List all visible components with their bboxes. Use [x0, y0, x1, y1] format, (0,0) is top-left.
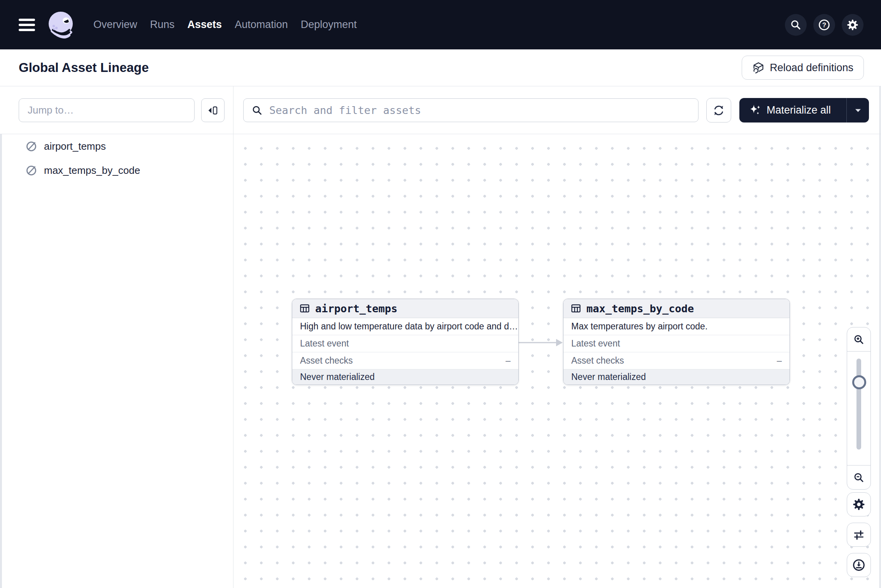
primary-nav-links: Overview Runs Assets Automation Deployme…: [93, 19, 357, 31]
asset-node-description: High and low temperature data by airport…: [292, 318, 518, 335]
download-image-button[interactable]: [847, 553, 871, 577]
asset-node-airport-temps[interactable]: airport_temps High and low temperature d…: [292, 299, 519, 385]
settings-gear-icon: [846, 19, 859, 31]
zoom-out-icon: [853, 472, 865, 483]
never-materialized-icon: [25, 164, 37, 177]
asset-sidebar: airport_temps max_temps_by_code: [0, 86, 233, 588]
jump-to-input[interactable]: [19, 98, 195, 122]
refresh-icon: [712, 104, 725, 117]
nav-item-runs[interactable]: Runs: [150, 19, 175, 31]
asset-checks-label: Asset checks: [300, 355, 353, 366]
sidebar-scrollbar[interactable]: [0, 134, 2, 588]
asset-node-title: airport_temps: [315, 303, 397, 315]
asset-node-description: Max temperatures by airport code.: [563, 318, 790, 335]
nav-item-deployment[interactable]: Deployment: [301, 19, 357, 31]
search-icon: [251, 105, 263, 116]
graph-settings-button[interactable]: [847, 492, 871, 516]
filters-icon: [852, 528, 865, 541]
sidebar-toolbar: [0, 86, 233, 134]
table-icon: [570, 303, 581, 314]
settings-gear-icon: [852, 498, 865, 511]
asset-search-input[interactable]: [269, 104, 690, 116]
zoom-out-button[interactable]: [847, 465, 870, 489]
asset-list-item-airport-temps[interactable]: airport_temps: [0, 134, 233, 158]
never-materialized-icon: [25, 140, 37, 152]
lineage-canvas[interactable]: airport_temps High and low temperature d…: [233, 134, 881, 588]
asset-node-latest-event: Latest event: [563, 335, 790, 352]
materialize-options-button[interactable]: [847, 108, 869, 112]
global-search-button[interactable]: [785, 14, 807, 36]
collapse-panel-icon: [207, 105, 218, 116]
asset-list-item-label: airport_temps: [44, 140, 106, 152]
nav-item-assets[interactable]: Assets: [188, 19, 222, 31]
dagster-global-asset-lineage-page: { "nav": { "items": [ { "label": "Overvi…: [0, 0, 881, 588]
asset-checks-value: –: [505, 355, 511, 366]
asset-node-status: Never materialized: [563, 369, 790, 385]
search-icon: [790, 19, 802, 31]
table-icon: [299, 303, 310, 314]
reload-definitions-button[interactable]: Reload definitions: [742, 56, 864, 80]
download-icon: [852, 558, 865, 572]
asset-list: airport_temps max_temps_by_code: [0, 134, 233, 182]
asset-node-checks-row: Asset checks –: [563, 352, 790, 369]
reload-definitions-icon: [752, 61, 765, 74]
zoom-controls: [847, 327, 871, 490]
asset-node-latest-event: Latest event: [292, 335, 518, 352]
lineage-edge: [519, 334, 564, 351]
zoom-in-icon: [853, 334, 865, 345]
canvas-scrollbar[interactable]: [879, 86, 881, 588]
sparkles-icon: [749, 104, 761, 117]
page-header: Global Asset Lineage Reload definitions: [0, 49, 881, 86]
asset-checks-value: –: [777, 355, 782, 366]
asset-list-item-label: max_temps_by_code: [44, 164, 140, 177]
user-settings-button[interactable]: [842, 14, 863, 36]
help-button[interactable]: ?: [813, 14, 835, 36]
zoom-in-button[interactable]: [847, 327, 870, 352]
asset-node-header: airport_temps: [292, 299, 518, 318]
zoom-slider-thumb[interactable]: [852, 375, 866, 389]
refresh-button[interactable]: [706, 98, 731, 122]
collapse-panel-button[interactable]: [201, 98, 225, 122]
materialize-all-label: Materialize all: [767, 104, 831, 116]
asset-node-header: max_temps_by_code: [563, 299, 790, 318]
reload-definitions-label: Reload definitions: [770, 62, 853, 74]
lineage-toolbar: Materialize all: [233, 86, 881, 134]
asset-list-item-max-temps-by-code[interactable]: max_temps_by_code: [0, 158, 233, 182]
page-title: Global Asset Lineage: [19, 60, 149, 75]
menu-icon[interactable]: [19, 19, 35, 31]
zoom-slider-track[interactable]: [856, 359, 861, 450]
materialize-all-button[interactable]: Materialize all: [739, 104, 846, 117]
asset-node-checks-row: Asset checks –: [292, 352, 518, 369]
asset-search-box: [243, 98, 698, 122]
asset-node-status: Never materialized: [292, 369, 518, 385]
nav-item-overview[interactable]: Overview: [93, 19, 137, 31]
graph-filters-button[interactable]: [847, 523, 871, 547]
help-icon: ?: [818, 19, 830, 31]
asset-checks-label: Asset checks: [571, 355, 624, 366]
caret-down-icon: [855, 108, 861, 112]
nav-item-automation[interactable]: Automation: [235, 19, 288, 31]
asset-node-max-temps-by-code[interactable]: max_temps_by_code Max temperatures by ai…: [563, 299, 790, 385]
svg-text:?: ?: [822, 21, 826, 28]
top-navigation-bar: Overview Runs Assets Automation Deployme…: [0, 0, 881, 49]
materialize-all-split-button: Materialize all: [739, 98, 869, 122]
dagster-logo[interactable]: [44, 8, 78, 42]
asset-node-title: max_temps_by_code: [586, 303, 694, 315]
